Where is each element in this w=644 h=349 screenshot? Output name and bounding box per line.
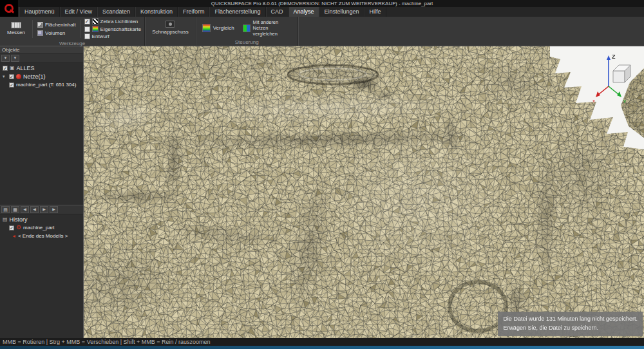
zebra-stripes-icon: [92, 18, 99, 24]
vergleich-button[interactable]: Vergleich: [200, 23, 237, 33]
axis-y-label: y: [623, 98, 626, 103]
ribbon-separator: [80, 20, 81, 38]
volumen-label: Volumen: [45, 30, 65, 36]
flaecheninhalt-button[interactable]: Flächeninhalt: [36, 21, 77, 28]
detail-view-icon[interactable]: ▦: [11, 206, 19, 213]
objects-panel: Objekte ▼ ▼ ✓ ▣ ALLES ▾ ✓ Netze(1): [0, 46, 83, 205]
app-window: QUICKSURFACE Pro 8.0.61 (DEMOVERSION: NI…: [0, 0, 644, 349]
compare-colormap-icon: [202, 24, 211, 32]
objects-tree: ✓ ▣ ALLES ▾ ✓ Netze(1) ✓ machine_part (T…: [0, 63, 83, 89]
app-logo-icon[interactable]: [0, 0, 18, 17]
schnappschuss-button[interactable]: Schnappschuss: [148, 19, 192, 36]
history-forward-icon[interactable]: ▶: [40, 206, 48, 213]
mesh-canvas[interactable]: [84, 46, 644, 338]
history-first-icon[interactable]: ◀: [21, 206, 29, 213]
messen-label: Messen: [7, 30, 25, 35]
history-title: History: [10, 216, 28, 223]
eigenschaftskarte-label: Eigenschaftskarte: [100, 26, 142, 32]
quicksurface-logo-icon: [5, 4, 14, 13]
status-bar: MMB = Rotieren | Strg + MMB = Verschiebe…: [0, 338, 644, 346]
model-end-icon: ◄: [12, 234, 16, 238]
menu-hilfe[interactable]: Hilfe: [365, 7, 386, 17]
history-root[interactable]: ▤ History: [0, 215, 83, 223]
entwurf-checkbox[interactable]: Entwurf: [84, 33, 142, 39]
objects-panel-title: Objekte: [2, 47, 20, 53]
notification-line1: Die Datei wurde 131 Minuten lang nicht g…: [503, 315, 638, 324]
eigenschaftskarte-checkbox-box[interactable]: [84, 26, 90, 32]
objects-panel-header: Objekte: [0, 46, 83, 54]
ribbon-analyse: Messen Flächeninhalt Volumen: [0, 17, 644, 46]
area-icon: [37, 22, 43, 28]
ribbon-group-steuerung: Vergleich Mit anderen Netzen vergleichen…: [196, 17, 298, 46]
group-label-empty: [145, 39, 195, 46]
ribbon-group-schnappschuss: Schnappschuss: [145, 17, 196, 46]
menu-edit-view[interactable]: Edit / View: [60, 7, 97, 17]
group-label-steuerung: Steuerung: [196, 39, 298, 46]
vergleich-mit-netzen-label: Mit anderen Netzen vergleichen: [253, 19, 292, 37]
history-last-icon[interactable]: ▶: [50, 206, 58, 213]
list-view-icon[interactable]: ▤: [1, 206, 10, 213]
sidebar: Objekte ▼ ▼ ✓ ▣ ALLES ▾ ✓ Netze(1): [0, 46, 84, 338]
entwurf-checkbox-box[interactable]: [84, 33, 90, 39]
menu-konstruktion[interactable]: Konstruktion: [135, 7, 178, 17]
taskbar-strip: [0, 346, 644, 349]
machine-part-checkbox[interactable]: ✓: [9, 82, 14, 88]
colormap-icon: [92, 26, 99, 32]
tree-item-alles[interactable]: ✓ ▣ ALLES: [0, 64, 83, 72]
netze-checkbox[interactable]: ✓: [9, 74, 14, 79]
filter-icon[interactable]: ▼: [1, 55, 10, 62]
alles-checkbox[interactable]: ✓: [3, 66, 8, 71]
eigenschaftskarte-checkbox[interactable]: Eigenschaftskarte: [84, 26, 142, 32]
titlebar: QUICKSURFACE Pro 8.0.61 (DEMOVERSION: NI…: [0, 0, 644, 7]
vergleich-label: Vergleich: [213, 25, 234, 31]
menu-cad[interactable]: CAD: [266, 7, 289, 17]
zebra-checkbox[interactable]: ✓ Zebra Lichtlinien: [84, 18, 142, 24]
history-machine-part-label: machine_part: [23, 225, 54, 231]
history-item-model-end[interactable]: ◄ < Ende des Modells >: [0, 232, 83, 240]
vergleich-mit-netzen-button[interactable]: Mit anderen Netzen vergleichen: [240, 18, 294, 38]
history-back-icon[interactable]: ◀: [30, 206, 39, 213]
status-hints: MMB = Rotieren | Strg + MMB = Verschiebe…: [3, 339, 211, 345]
cube-icon: [37, 30, 43, 36]
history-machine-part-checkbox[interactable]: ✓: [9, 225, 14, 231]
history-panel: ▤ ▦ ◀ ◀ ▶ ▶ ▤ History ✓ ⚙ machine_part ◄: [0, 205, 83, 338]
filter-list-icon[interactable]: ▼: [11, 55, 19, 62]
menu-scandaten[interactable]: Scandaten: [97, 7, 135, 17]
menu-flaechenerstellung[interactable]: Flächenerstellung: [209, 7, 265, 17]
notification-line2: Erwägen Sie, die Datei zu speichern.: [503, 324, 638, 333]
navigation-cube[interactable]: Z x y: [591, 49, 638, 103]
objects-toolbar: ▼ ▼: [0, 54, 83, 63]
viewport-3d[interactable]: Z x y Die Datei wurde 131 Minuten lang n…: [84, 46, 644, 338]
flaecheninhalt-label: Flächeninhalt: [45, 22, 76, 28]
entwurf-label: Entwurf: [92, 33, 109, 39]
expander-icon[interactable]: ▾: [3, 74, 7, 79]
menu-freiform[interactable]: Freiform: [178, 7, 210, 17]
history-toolbar: ▤ ▦ ◀ ◀ ▶ ▶: [0, 205, 83, 214]
history-tree: ▤ History ✓ ⚙ machine_part ◄ < Ende des …: [0, 214, 83, 240]
history-item-machine-part[interactable]: ✓ ⚙ machine_part: [0, 223, 83, 232]
view-cube[interactable]: [613, 65, 630, 82]
compare-meshes-icon: [243, 24, 251, 32]
ruler-icon: [11, 22, 21, 28]
axis-x-label: x: [592, 98, 595, 103]
menubar: Hauptmenü Edit / View Scandaten Konstruk…: [0, 7, 644, 17]
zebra-label: Zebra Lichtlinien: [100, 19, 138, 24]
tree-item-netze[interactable]: ▾ ✓ Netze(1): [0, 72, 83, 80]
group-cube-icon: ▣: [10, 65, 15, 71]
model-end-label: < Ende des Modells >: [18, 233, 68, 239]
ribbon-group-werkzeuge: Messen Flächeninhalt Volumen: [0, 17, 145, 46]
ribbon-separator: [32, 20, 33, 38]
window-title: QUICKSURFACE Pro 8.0.61 (DEMOVERSION: NI…: [211, 1, 433, 6]
zebra-checkbox-box[interactable]: ✓: [84, 19, 90, 24]
machine-part-label: machine_part (T: 651 304): [16, 82, 76, 88]
gear-icon: ⚙: [16, 225, 21, 231]
menu-analyse[interactable]: Analyse: [289, 7, 319, 17]
menu-einstellungen[interactable]: Einstellungen: [319, 7, 365, 17]
camera-icon: [165, 21, 175, 28]
tree-item-machine-part[interactable]: ✓ machine_part (T: 651 304): [0, 80, 83, 89]
mesh-node-icon: [16, 74, 21, 79]
netze-label: Netze(1): [23, 73, 46, 80]
volumen-button[interactable]: Volumen: [36, 30, 77, 37]
messen-button[interactable]: Messen: [3, 21, 29, 37]
menu-hauptmenu[interactable]: Hauptmenü: [19, 7, 60, 17]
